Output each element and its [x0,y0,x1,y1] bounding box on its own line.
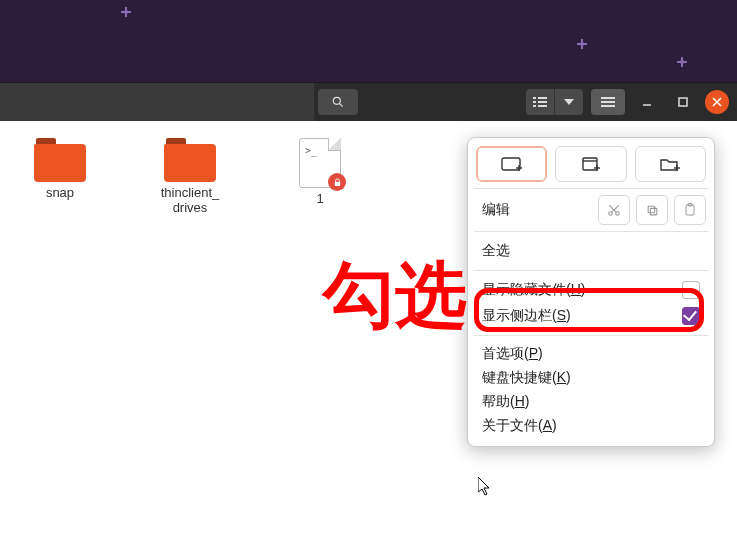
svg-rect-10 [601,105,615,107]
keyboard-shortcuts-label: 键盘快捷键(K) [482,369,700,387]
new-folder-button[interactable] [635,146,706,182]
hamburger-menu: 编辑 全选 显示隐藏文件(H) 显示侧边栏(S) 首选项(P) [467,137,715,447]
file-label: thinclient_ drives [161,186,220,216]
show-hidden-files-item[interactable]: 显示隐藏文件(H) [476,277,706,303]
about-item[interactable]: 关于文件(A) [476,414,706,438]
show-sidebar-label: 显示侧边栏(S) [482,307,682,325]
wallpaper-star-icon [124,10,128,14]
show-hidden-checkbox[interactable] [682,281,700,299]
lock-badge-icon [328,173,346,191]
svg-rect-8 [601,97,615,99]
svg-rect-2 [533,97,536,99]
new-row [476,146,706,182]
new-window-button[interactable] [555,146,626,182]
select-all-label: 全选 [482,242,700,260]
hamburger-menu-button[interactable] [591,89,625,115]
show-sidebar-item[interactable]: 显示侧边栏(S) [476,303,706,329]
list-view-button[interactable] [526,89,554,115]
svg-point-0 [333,97,340,104]
paste-button[interactable] [674,195,706,225]
script-file-icon: >_ [299,138,341,188]
new-tab-button[interactable] [476,146,547,182]
maximize-button[interactable] [669,89,697,115]
desktop-root: snap thinclient_ drives >_ [0,0,737,550]
folder-item-snap[interactable]: snap [20,138,100,216]
help-item[interactable]: 帮助(H) [476,390,706,414]
show-hidden-label: 显示隐藏文件(H) [482,281,682,299]
svg-line-1 [340,104,343,107]
preferences-item[interactable]: 首选项(P) [476,342,706,366]
folder-icon [34,138,86,182]
file-item-1[interactable]: >_ 1 [280,138,360,216]
wallpaper-star-icon [680,60,684,64]
view-dropdown-button[interactable] [555,89,583,115]
svg-rect-12 [679,98,687,106]
about-label: 关于文件(A) [482,417,700,435]
svg-rect-5 [538,101,547,103]
view-switcher [526,89,583,115]
keyboard-shortcuts-item[interactable]: 键盘快捷键(K) [476,366,706,390]
file-label: 1 [316,192,323,207]
edit-label: 编辑 [476,201,592,219]
svg-rect-28 [650,208,657,215]
svg-rect-6 [533,105,536,107]
svg-rect-9 [601,101,615,103]
svg-rect-29 [648,206,655,213]
svg-rect-3 [538,97,547,99]
wallpaper-star-icon [580,42,584,46]
close-button[interactable] [705,90,729,114]
cut-button[interactable] [598,195,630,225]
file-label: snap [46,186,74,201]
show-sidebar-checkbox[interactable] [682,307,700,325]
minimize-button[interactable] [633,89,661,115]
svg-rect-4 [533,101,536,103]
svg-rect-7 [538,105,547,107]
search-button[interactable] [318,89,358,115]
select-all-item[interactable]: 全选 [476,238,706,264]
titlebar [0,83,737,121]
folder-icon [164,138,216,182]
edit-row: 编辑 [476,195,706,225]
preferences-label: 首选项(P) [482,345,700,363]
folder-item-thinclient-drives[interactable]: thinclient_ drives [150,138,230,216]
location-bar[interactable] [0,83,314,121]
help-label: 帮助(H) [482,393,700,411]
copy-button[interactable] [636,195,668,225]
